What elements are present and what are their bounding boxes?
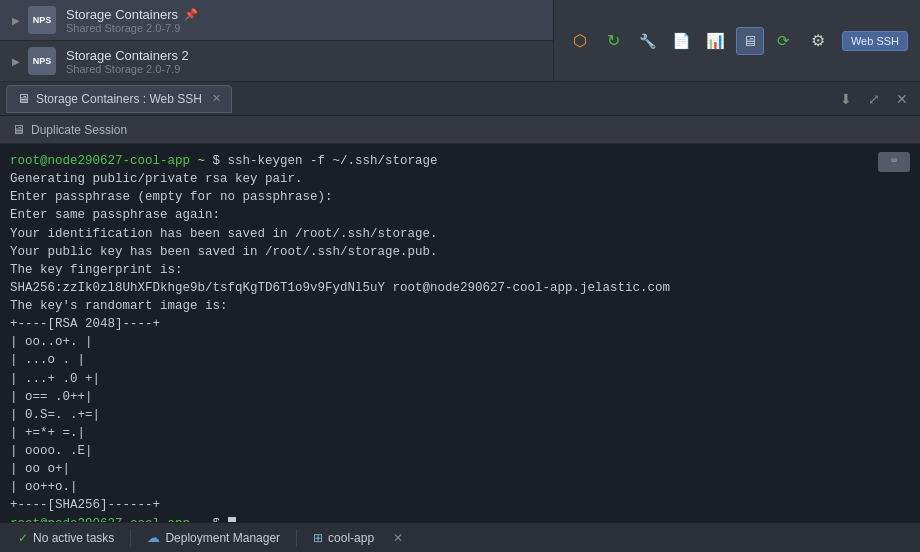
divider-2: [296, 529, 297, 547]
terminal-line-13: | ...+ .0 +|: [10, 370, 910, 388]
server-item-1[interactable]: ▶ NPS Storage Containers 📌 Shared Storag…: [0, 0, 553, 41]
refresh-icon[interactable]: ↻: [600, 27, 628, 55]
check-icon: ✓: [18, 531, 28, 545]
terminal-line-9: The key's randomart image is:: [10, 297, 910, 315]
terminal-line-3: Enter passphrase (empty for no passphras…: [10, 188, 910, 206]
terminal-prompt-line: root@node290627-cool-app ~ $: [10, 515, 910, 523]
session-bar: 🖥 Duplicate Session: [0, 116, 920, 144]
status-coolapp[interactable]: ⊞ cool-app: [303, 523, 384, 552]
server-icon-2: NPS: [28, 47, 56, 75]
server-icon-1: NPS: [28, 6, 56, 34]
cloud-icon: ☁: [147, 530, 160, 545]
status-tasks[interactable]: ✓ No active tasks: [8, 523, 124, 552]
terminal-line-6: Your public key has been saved in /root/…: [10, 243, 910, 261]
terminal-icon[interactable]: 🖥: [736, 27, 764, 55]
gear-icon[interactable]: ⚙: [804, 27, 832, 55]
file-icon[interactable]: 📄: [668, 27, 696, 55]
terminal-line-2: Generating public/private rsa key pair.: [10, 170, 910, 188]
webssh-badge: Web SSH: [842, 31, 908, 51]
status-bar: ✓ No active tasks ☁ Deployment Manager ⊞…: [0, 522, 920, 552]
toolbar: ⬡ ↻ 🔧 📄 📊 🖥 ⟳ ⚙ Web SSH: [553, 0, 920, 81]
deploy-label: Deployment Manager: [165, 531, 280, 545]
terminal-line-17: | oooo. .E|: [10, 442, 910, 460]
terminal-line-8: SHA256:zzIk0zl8UhXFDkhge9b/tsfqKgTD6T1o9…: [10, 279, 910, 297]
tab-webssh[interactable]: 🖥 Storage Containers : Web SSH ✕: [6, 85, 232, 113]
tabs-icon: ⊞: [313, 531, 323, 545]
terminal-line-10: +----[RSA 2048]----+: [10, 315, 910, 333]
server-item-2[interactable]: ▶ NPS Storage Containers 2 Shared Storag…: [0, 41, 553, 82]
terminal-line-16: | +=*+ =.|: [10, 424, 910, 442]
terminal-line-20: +----[SHA256]------+: [10, 496, 910, 514]
server-info-2: Storage Containers 2 Shared Storage 2.0-…: [66, 48, 189, 75]
status-deploy[interactable]: ☁ Deployment Manager: [137, 523, 290, 552]
download-button[interactable]: ⬇: [834, 87, 858, 111]
terminal[interactable]: ⌨ root@node290627-cool-app ~ $ ssh-keyge…: [0, 144, 920, 522]
terminal-line-18: | oo o+|: [10, 460, 910, 478]
expand-arrow-2: ▶: [12, 56, 24, 67]
expand-arrow-1: ▶: [12, 15, 24, 26]
coolapp-label: cool-app: [328, 531, 374, 545]
server-name-2: Storage Containers 2: [66, 48, 189, 63]
tasks-label: No active tasks: [33, 531, 114, 545]
tab-controls: ⬇ ⤢ ✕: [834, 87, 914, 111]
close-button[interactable]: ✕: [890, 87, 914, 111]
wrench-icon[interactable]: 🔧: [634, 27, 662, 55]
terminal-line-15: | 0.S=. .+=|: [10, 406, 910, 424]
server-info-1: Storage Containers 📌 Shared Storage 2.0-…: [66, 7, 198, 34]
server-sub-2: Shared Storage 2.0-7.9: [66, 63, 189, 75]
terminal-line-7: The key fingerprint is:: [10, 261, 910, 279]
divider-1: [130, 529, 131, 547]
terminal-line-14: | o== .0++|: [10, 388, 910, 406]
session-icon: 🖥: [12, 122, 25, 137]
terminal-line-12: | ...o . |: [10, 351, 910, 369]
tab-label: Storage Containers : Web SSH: [36, 92, 202, 106]
sync-icon[interactable]: ⟳: [770, 27, 798, 55]
chart-icon[interactable]: 📊: [702, 27, 730, 55]
top-bar: ▶ NPS Storage Containers 📌 Shared Storag…: [0, 0, 920, 82]
pin-icon-1: 📌: [184, 8, 198, 21]
server-name-1: Storage Containers 📌: [66, 7, 198, 22]
tab-close-button[interactable]: ✕: [212, 92, 221, 105]
terminal-line-4: Enter same passphrase again:: [10, 206, 910, 224]
server-list: ▶ NPS Storage Containers 📌 Shared Storag…: [0, 0, 553, 81]
tab-bar: 🖥 Storage Containers : Web SSH ✕ ⬇ ⤢ ✕: [0, 82, 920, 116]
server-sub-1: Shared Storage 2.0-7.9: [66, 22, 198, 34]
terminal-line-5: Your identification has been saved in /r…: [10, 225, 910, 243]
terminal-line-11: | oo..o+. |: [10, 333, 910, 351]
expand-button[interactable]: ⤢: [862, 87, 886, 111]
tab-icon: 🖥: [17, 91, 30, 106]
keyboard-icon: ⌨: [878, 152, 910, 172]
terminal-line-1: root@node290627-cool-app ~ $ ssh-keygen …: [10, 152, 910, 170]
duplicate-session-button[interactable]: Duplicate Session: [31, 123, 127, 137]
hexagon-icon[interactable]: ⬡: [566, 27, 594, 55]
coolapp-close-button[interactable]: ✕: [388, 528, 408, 548]
terminal-line-19: | oo++o.|: [10, 478, 910, 496]
